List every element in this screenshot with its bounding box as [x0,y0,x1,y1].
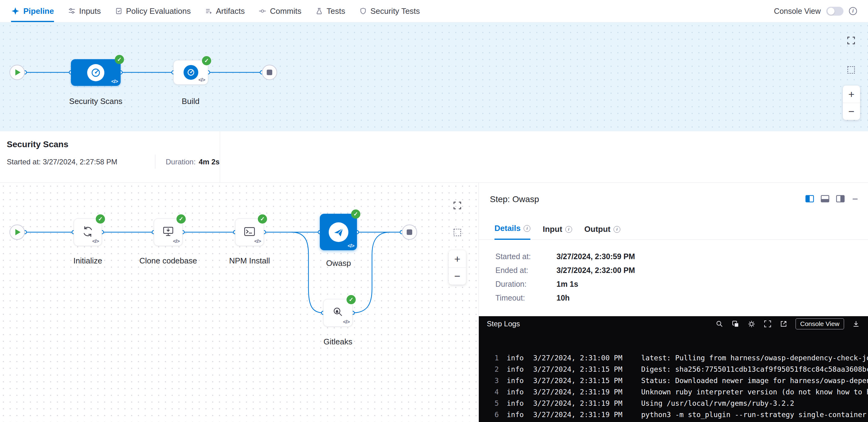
tab-input[interactable]: Input i [542,225,572,239]
log-line-number: 2 [485,364,499,375]
pipeline-start-node[interactable] [9,65,25,80]
owasp-icon [329,222,348,242]
console-view-button[interactable]: Console View [796,318,844,329]
stage-connectors [0,22,868,131]
copy-logs-icon[interactable] [732,320,739,328]
tab-label: Inputs [79,6,101,16]
success-badge-icon: ✓ [96,215,105,224]
tab-tests[interactable]: Tests [315,0,345,22]
console-view-toggle[interactable] [826,7,843,15]
detail-label: Duration: [495,280,556,289]
nav-right: Console View i [774,0,857,22]
zoom-out-button[interactable]: − [843,103,860,120]
step-label-initialize[interactable]: Initialize [73,256,102,266]
tab-inputs[interactable]: Inputs [68,0,101,22]
duration-value: 4m 2s [198,158,219,166]
step-label-owasp[interactable]: Owasp [326,259,351,268]
stage-started-at: Started at: 3/27/2024, 2:27:58 PM [7,158,117,166]
tab-label: Details [494,224,521,233]
open-in-new-icon[interactable] [780,320,787,328]
zoom-in-button[interactable]: + [843,86,860,103]
log-line: 6info3/27/2024, 2:31:19 PMpython3 -m sto… [485,409,868,420]
top-nav: Pipeline Inputs Policy Evaluations Artif… [0,0,868,22]
detail-value: 10h [556,293,570,302]
download-logs-icon[interactable] [852,320,860,328]
tab-security-tests[interactable]: Security Tests [360,0,420,22]
split-view-icon[interactable] [805,195,814,202]
sliders-icon [68,7,75,15]
log-timestamp: 3/27/2024, 2:31:19 PM [533,386,641,398]
tab-label: Security Tests [370,6,420,16]
log-level: info [507,364,533,375]
expand-logs-icon[interactable] [764,320,772,328]
tab-policy-evaluations[interactable]: Policy Evaluations [115,0,191,22]
log-message: Using /usr/local/rvm/gems/ruby-3.2.2 [641,398,868,409]
tab-label: Artifacts [216,6,245,16]
stage-node-security-scans[interactable]: ✓ </> [71,59,121,86]
step-label-npm-install[interactable]: NPM Install [229,256,270,266]
log-message: Unknown ruby interpreter version (do not… [641,386,868,398]
search-icon[interactable] [715,320,723,328]
zoom-in-button[interactable]: + [449,250,466,267]
gitleaks-icon [332,306,344,320]
info-icon: i [524,225,530,232]
stage-start-node[interactable] [9,225,25,240]
fullscreen-icon[interactable] [453,201,462,210]
log-timestamp: 3/27/2024, 2:31:15 PM [533,364,641,375]
tab-label: Pipeline [23,6,54,16]
step-label-clone-codebase[interactable]: Clone codebase [140,256,197,266]
tab-pipeline[interactable]: Pipeline [11,0,54,22]
step-label-gitleaks[interactable]: Gitleaks [323,337,352,347]
stage-label-security-scans[interactable]: Security Scans [69,97,122,106]
list-plus-icon [205,7,212,15]
tab-output[interactable]: Output i [584,225,620,239]
step-node-npm-install[interactable]: ✓ </> [235,218,264,246]
duration-label: Duration: [166,158,195,166]
bottom-split: ✓ </> Initialize ✓ </> Clone codebase ✓ … [0,183,868,422]
flask-icon [315,7,323,15]
stage-graph-canvas[interactable]: ✓ </> Security Scans ✓ </> Build + − [0,22,868,131]
stage-node-build[interactable]: ✓ </> [174,60,208,85]
step-graph-canvas[interactable]: ✓ </> Initialize ✓ </> Clone codebase ✓ … [0,183,478,422]
success-badge-icon: ✓ [258,215,267,224]
stop-icon [267,70,272,75]
pipeline-execution-page: Pipeline Inputs Policy Evaluations Artif… [0,0,868,422]
detail-row: Duration: 1m 1s [495,277,856,291]
marquee-select-icon[interactable] [453,228,462,237]
log-line-number: 1 [485,352,499,364]
detail-value: 3/27/2024, 2:32:00 PM [556,266,635,275]
log-timestamp: 3/27/2024, 2:31:19 PM [533,398,641,409]
bottom-view-icon[interactable] [821,195,829,202]
terminal-icon [243,225,256,239]
stage-label-build[interactable]: Build [182,97,199,106]
tab-commits[interactable]: Commits [259,0,301,22]
minimize-icon[interactable] [851,195,859,202]
nav-tabs: Pipeline Inputs Policy Evaluations Artif… [11,0,420,22]
marquee-select-icon[interactable] [846,65,856,74]
log-timestamp: 3/27/2024, 2:31:19 PM [533,409,641,420]
step-logs-body[interactable]: 1info3/27/2024, 2:31:00 PMlatest: Pullin… [479,331,868,420]
info-icon[interactable]: i [849,7,857,15]
step-node-clone-codebase[interactable]: ✓ </> [154,218,183,246]
zoom-controls: + − [449,250,466,285]
settings-gear-icon[interactable] [747,320,756,328]
fullscreen-icon[interactable] [846,36,856,45]
pipeline-end-node[interactable] [262,65,277,80]
tab-artifacts[interactable]: Artifacts [205,0,245,22]
step-node-initialize[interactable]: ✓ </> [74,218,102,246]
step-node-gitleaks[interactable]: ✓ </> [323,299,353,327]
code-glyph-icon: </> [347,243,354,249]
tab-label: Output [584,225,611,234]
stage-duration: Duration:4m 2s [166,158,219,166]
log-timestamp: 3/27/2024, 2:31:15 PM [533,375,641,386]
tab-details[interactable]: Details i [494,224,530,240]
step-node-owasp[interactable]: ✓ </> [320,214,357,250]
detail-label: Ended at: [495,266,556,275]
play-icon [16,229,21,235]
stage-end-node[interactable] [402,225,417,240]
success-badge-icon: ✓ [115,55,124,64]
zoom-out-button[interactable]: − [449,267,466,285]
clone-codebase-icon [162,225,175,239]
right-view-icon[interactable] [836,195,845,202]
toggle-knob [828,8,835,15]
